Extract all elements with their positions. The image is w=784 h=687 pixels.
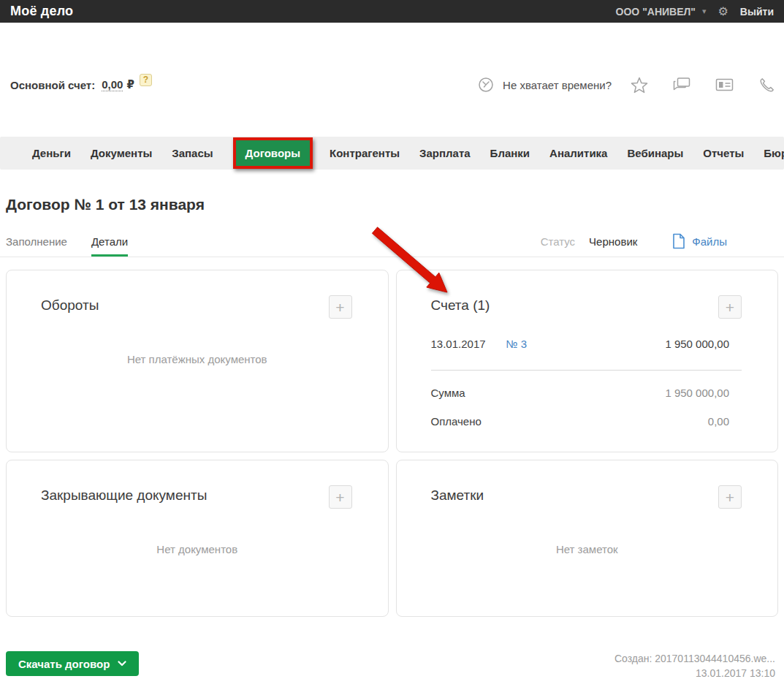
star-icon[interactable] bbox=[631, 77, 648, 94]
nav-item-analytics[interactable]: Аналитика bbox=[549, 147, 607, 159]
page: Моё дело ООО "АНИВЕЛ" ▾ ⚙ Выйти Основной… bbox=[0, 0, 784, 687]
invoice-date: 13.01.2017 bbox=[431, 338, 506, 350]
company-name: ООО "АНИВЕЛ" bbox=[616, 6, 696, 18]
tab-filling[interactable]: Заполнение bbox=[6, 235, 67, 257]
add-payment-button[interactable]: + bbox=[329, 295, 352, 319]
card-turnover-title: Обороты bbox=[41, 297, 99, 314]
contact-card-icon[interactable] bbox=[715, 77, 734, 92]
add-note-button[interactable]: + bbox=[718, 485, 742, 509]
footer: Скачать договор Создан: 2017011304441045… bbox=[6, 651, 775, 680]
topbar-right: ООО "АНИВЕЛ" ▾ ⚙ Выйти bbox=[616, 6, 774, 18]
logout-button[interactable]: Выйти bbox=[740, 6, 774, 18]
closing-docs-empty-text: Нет документов bbox=[7, 543, 388, 555]
help-badge[interactable]: ? bbox=[140, 74, 152, 86]
invoice-row: 13.01.2017 № 3 1 950 000,00 bbox=[431, 338, 742, 350]
card-turnover: Обороты + Нет платёжных документов bbox=[6, 270, 389, 452]
chevron-down-icon bbox=[118, 661, 126, 667]
summary-row-total: Сумма 1 950 000,00 bbox=[431, 387, 742, 399]
turnover-empty-text: Нет платёжных документов bbox=[7, 353, 388, 365]
account-bar-right: Не хватает времени? bbox=[478, 77, 775, 94]
status-label: Статус bbox=[541, 235, 575, 248]
no-time-label: Не хватает времени? bbox=[503, 79, 612, 91]
created-info: Создан: 20170113044410456.we... 13.01.20… bbox=[614, 651, 775, 680]
summary-row-paid: Оплачено 0,00 bbox=[431, 415, 742, 428]
nav-item-stock[interactable]: Запасы bbox=[172, 147, 213, 159]
card-invoices-title: Счета (1) bbox=[431, 297, 490, 314]
notes-empty-text: Нет заметок bbox=[397, 543, 778, 555]
download-contract-label: Скачать договор bbox=[18, 658, 110, 670]
divider bbox=[431, 370, 742, 371]
status-badge: Черновик bbox=[589, 235, 637, 248]
cards-grid: Обороты + Нет платёжных документов Счета… bbox=[6, 270, 778, 617]
card-notes-title: Заметки bbox=[431, 487, 484, 504]
add-invoice-button[interactable]: + bbox=[718, 295, 742, 319]
add-closing-doc-button[interactable]: + bbox=[329, 485, 352, 509]
nav-item-webinars[interactable]: Вебинары bbox=[627, 147, 683, 159]
clock-icon bbox=[478, 77, 494, 93]
summary-total-label: Сумма bbox=[431, 387, 465, 399]
invoice-amount: 1 950 000,00 bbox=[665, 338, 742, 350]
summary-paid-label: Оплачено bbox=[431, 415, 482, 428]
app-logo: Моё дело bbox=[10, 4, 73, 19]
account-bar: Основной счет: 0,00 ₽ ? Не хватает време… bbox=[0, 75, 784, 94]
gear-icon[interactable]: ⚙ bbox=[718, 6, 728, 18]
phone-icon[interactable] bbox=[758, 77, 775, 94]
nav-item-salary[interactable]: Зарплата bbox=[419, 147, 471, 159]
tab-details[interactable]: Детали bbox=[91, 235, 128, 257]
summary-paid-value: 0,00 bbox=[708, 415, 742, 428]
nav-item-contracts[interactable]: Договоры bbox=[233, 137, 313, 169]
nav-item-forms[interactable]: Бланки bbox=[490, 147, 530, 159]
quick-icons bbox=[631, 77, 775, 94]
currency-ruble: ₽ bbox=[126, 78, 134, 91]
nav-item-documents[interactable]: Документы bbox=[91, 147, 152, 159]
company-selector[interactable]: ООО "АНИВЕЛ" ▾ bbox=[616, 6, 707, 18]
main-account-label: Основной счет: bbox=[10, 79, 95, 91]
tabs-right: Статус Черновик Файлы bbox=[541, 233, 784, 257]
invoice-number-link[interactable]: № 3 bbox=[506, 338, 528, 350]
account-balance-link[interactable]: 0,00 bbox=[102, 78, 123, 91]
files-link[interactable]: Файлы bbox=[672, 233, 727, 249]
files-label: Файлы bbox=[692, 235, 727, 248]
no-time-link[interactable]: Не хватает времени? bbox=[478, 77, 612, 93]
nav-item-bureau[interactable]: Бюро bbox=[764, 147, 784, 159]
card-notes: Заметки + Нет заметок bbox=[396, 460, 779, 617]
created-datetime: 13.01.2017 13:10 bbox=[614, 666, 775, 680]
card-closing-docs: Закрывающие документы + Нет документов bbox=[6, 460, 389, 617]
page-title: Договор № 1 от 13 января bbox=[6, 196, 784, 213]
download-contract-button[interactable]: Скачать договор bbox=[6, 651, 139, 676]
created-filename: Создан: 20170113044410456.we... bbox=[614, 651, 775, 666]
card-closing-docs-title: Закрывающие документы bbox=[41, 487, 207, 504]
tabs-row: Заполнение Детали Статус Черновик Файлы bbox=[0, 232, 784, 257]
nav-item-counterparties[interactable]: Контрагенты bbox=[330, 147, 400, 159]
card-invoices: Счета (1) + 13.01.2017 № 3 1 950 000,00 … bbox=[396, 270, 779, 452]
nav-item-reports[interactable]: Отчеты bbox=[703, 147, 744, 159]
main-nav: Деньги Документы Запасы Договоры Контраг… bbox=[0, 137, 784, 170]
invoice-body: 13.01.2017 № 3 1 950 000,00 Сумма 1 950 … bbox=[431, 338, 742, 428]
chevron-down-icon: ▾ bbox=[702, 7, 707, 16]
topbar: Моё дело ООО "АНИВЕЛ" ▾ ⚙ Выйти bbox=[0, 0, 784, 23]
summary-total-value: 1 950 000,00 bbox=[665, 387, 742, 399]
chat-icon[interactable] bbox=[673, 77, 690, 93]
file-icon bbox=[672, 233, 685, 249]
nav-item-money[interactable]: Деньги bbox=[32, 147, 71, 159]
